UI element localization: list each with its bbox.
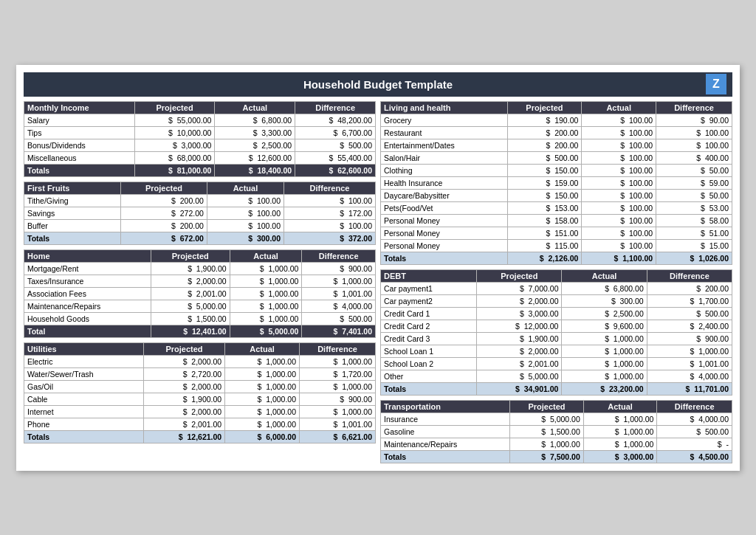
table-row: Water/Sewer/Trash $ 2,720.00 $ 1,000.00 … xyxy=(24,367,376,380)
living-health-header: Living and health xyxy=(381,101,508,114)
row-difference: $ 1,001.00 xyxy=(302,287,376,300)
row-label: Salary xyxy=(24,114,135,126)
table-row: Gas/Oil $ 2,000.00 $ 1,000.00 $ 1,000.00 xyxy=(24,380,376,393)
row-projected: $ 1,500.00 xyxy=(510,425,584,438)
right-column: Living and health Projected Actual Diffe… xyxy=(380,101,732,463)
totals-label: Totals xyxy=(24,430,144,443)
totals-actual: $ 3,000.00 xyxy=(583,450,657,463)
row-projected: $ 200.00 xyxy=(121,194,207,207)
totals-actual: $ 1,100.00 xyxy=(582,252,656,264)
row-label: Health Insurance xyxy=(381,176,508,189)
table-row: Daycare/Babysitter $ 150.00 $ 100.00 $ 5… xyxy=(381,189,732,201)
row-projected: $ 1,900.00 xyxy=(151,262,230,275)
table-row: Internet $ 2,000.00 $ 1,000.00 $ 1,000.0… xyxy=(24,405,376,418)
row-difference: $ 1,000.00 xyxy=(300,380,376,393)
row-label: School Loan 1 xyxy=(381,345,477,357)
totals-actual: $ 18,400.00 xyxy=(215,164,295,176)
row-projected: $ 159.00 xyxy=(507,176,582,189)
row-actual: $ 1,000.00 xyxy=(562,345,647,357)
row-actual: $ 1,000.00 xyxy=(230,300,302,312)
row-label: Tips xyxy=(24,126,135,139)
row-projected: $ 3,000.00 xyxy=(134,139,215,151)
row-difference: $ 500.00 xyxy=(657,425,732,438)
totals-label: Totals xyxy=(24,164,135,176)
table-row: Taxes/Insurance $ 2,000.00 $ 1,000.00 $ … xyxy=(24,275,376,287)
row-label: School Loan 2 xyxy=(381,357,477,370)
table-row: School Loan 2 $ 2,001.00 $ 1,000.00 $ 1,… xyxy=(381,357,732,370)
row-projected: $ 1,900.00 xyxy=(143,393,224,405)
row-projected: $ 7,000.00 xyxy=(477,282,562,294)
row-difference: $ 500.00 xyxy=(295,139,376,151)
row-label: Bonus/Dividends xyxy=(24,139,135,151)
row-actual: $ 12,600.00 xyxy=(215,151,295,164)
row-difference: $ 1,000.00 xyxy=(302,275,376,287)
row-actual: $ 100.00 xyxy=(582,227,656,239)
row-projected: $ 2,001.00 xyxy=(143,418,224,430)
totals-difference: $ 4,500.00 xyxy=(657,450,732,463)
row-label: Miscellaneous xyxy=(24,151,135,164)
row-projected: $ 2,001.00 xyxy=(151,287,230,300)
row-projected: $ 190.00 xyxy=(507,114,582,126)
table-row: Health Insurance $ 159.00 $ 100.00 $ 59.… xyxy=(381,176,732,189)
totals-actual: $ 5,000.00 xyxy=(230,325,302,337)
totals-label: Totals xyxy=(381,382,477,395)
living-health-table: Living and health Projected Actual Diffe… xyxy=(380,101,732,265)
first-fruits-header: First Fruits xyxy=(24,182,121,194)
table-row: Car payment2 $ 2,000.00 $ 300.00 $ 1,700… xyxy=(381,294,732,307)
row-projected: $ 2,000.00 xyxy=(143,380,224,393)
totals-difference: $ 62,600.00 xyxy=(295,164,376,176)
transportation-table: Transportation Projected Actual Differen… xyxy=(380,400,732,463)
row-actual: $ 1,000.00 xyxy=(562,357,647,370)
title-bar: Household Budget Template Z xyxy=(24,72,732,97)
row-label: Gasoline xyxy=(381,425,510,438)
row-actual: $ 100.00 xyxy=(582,139,656,151)
row-actual: $ 1,000.00 xyxy=(583,425,657,438)
row-label: Credit Card 2 xyxy=(381,320,477,332)
difference-col-header: Difference xyxy=(295,101,376,114)
table-row: Salon/Hair $ 500.00 $ 100.00 $ 400.00 xyxy=(381,151,732,164)
row-actual: $ 100.00 xyxy=(582,164,656,176)
row-difference: $ 58.00 xyxy=(656,214,732,227)
table-row: Personal Money $ 158.00 $ 100.00 $ 58.00 xyxy=(381,214,732,227)
table-row: Grocery $ 190.00 $ 100.00 $ 90.00 xyxy=(381,114,732,126)
row-label: Entertainment/Dates xyxy=(381,139,508,151)
row-projected: $ 1,000.00 xyxy=(510,438,584,450)
transportation-header: Transportation xyxy=(381,400,510,413)
table-row: Household Goods $ 1,500.00 $ 1,000.00 $ … xyxy=(24,312,376,325)
row-label: Clothing xyxy=(381,164,508,176)
row-actual: $ 100.00 xyxy=(582,214,656,227)
totals-actual: $ 23,200.00 xyxy=(562,382,647,395)
spreadsheet-container: Household Budget Template Z Monthly Inco… xyxy=(16,65,740,471)
row-actual: $ 1,000.00 xyxy=(225,418,300,430)
row-label: Gas/Oil xyxy=(24,380,144,393)
row-projected: $ 2,000.00 xyxy=(143,405,224,418)
row-projected: $ 150.00 xyxy=(507,189,582,201)
table-row: Miscellaneous $ 68,000.00 $ 12,600.00 $ … xyxy=(24,151,376,164)
table-row: Mortgage/Rent $ 1,900.00 $ 1,000.00 $ 90… xyxy=(24,262,376,275)
home-table: Home Projected Actual Difference Mortgag… xyxy=(24,249,376,338)
row-actual: $ 100.00 xyxy=(582,201,656,214)
row-difference: $ 500.00 xyxy=(302,312,376,325)
row-label: Daycare/Babysitter xyxy=(381,189,508,201)
row-difference: $ 2,400.00 xyxy=(647,320,732,332)
row-difference: $ 4,000.00 xyxy=(302,300,376,312)
row-difference: $ 50.00 xyxy=(656,164,732,176)
row-difference: $ 900.00 xyxy=(300,393,376,405)
table-row: Personal Money $ 115.00 $ 100.00 $ 15.00 xyxy=(381,239,732,252)
row-difference: $ 100.00 xyxy=(284,194,376,207)
row-projected: $ 158.00 xyxy=(507,214,582,227)
table-row: Buffer $ 200.00 $ 100.00 $ 100.00 xyxy=(24,219,376,232)
totals-actual: $ 300.00 xyxy=(207,232,284,244)
row-projected: $ 2,001.00 xyxy=(477,357,562,370)
row-label: Cable xyxy=(24,393,144,405)
row-actual: $ 100.00 xyxy=(207,207,284,219)
row-actual: $ 1,000.00 xyxy=(230,312,302,325)
row-label: Insurance xyxy=(381,413,510,425)
row-label: Water/Sewer/Trash xyxy=(24,367,144,380)
monthly-income-table: Monthly Income Projected Actual Differen… xyxy=(24,101,376,177)
table-row: Bonus/Dividends $ 3,000.00 $ 2,500.00 $ … xyxy=(24,139,376,151)
row-label: Car payment1 xyxy=(381,282,477,294)
row-projected: $ 68,000.00 xyxy=(134,151,215,164)
logo-icon: Z xyxy=(706,74,726,94)
totals-projected: $ 2,126.00 xyxy=(507,252,582,264)
